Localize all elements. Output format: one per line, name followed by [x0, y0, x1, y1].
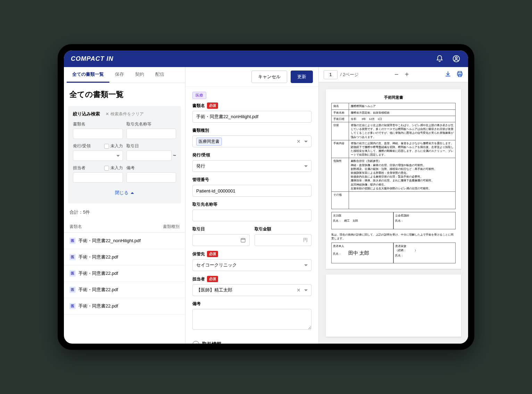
filter-date-from[interactable]	[126, 150, 172, 161]
filter-notes-input[interactable]	[126, 172, 176, 183]
document-page-1: 手術同意書 病名腰椎椎間板ヘルニア 手術名称腰椎前方固定術、自家骨移植術 手術日…	[326, 89, 461, 269]
clear-icon[interactable]: ✕	[297, 287, 301, 293]
download-icon[interactable]	[444, 71, 451, 79]
close-icon: ✕	[106, 112, 109, 116]
chevron-down-icon	[304, 264, 308, 266]
zoom-in-button[interactable]: +	[405, 71, 409, 79]
chevron-down-icon	[304, 165, 308, 167]
clear-icon[interactable]: ✕	[297, 139, 301, 144]
page-title: 全ての書類一覧	[64, 83, 185, 106]
check-circle-icon: ✓	[192, 341, 199, 344]
label-partner: 取引先名称等	[126, 121, 176, 127]
close-filter-button[interactable]: 閉じる	[73, 187, 176, 199]
list-item[interactable]: 医手術・同意書22.pdf	[64, 298, 185, 314]
edit-panel: キャンセル 更新 医療 書類名必須 書類種別 医療同意書 ✕	[185, 67, 319, 344]
label-assignee: 担当者	[73, 165, 85, 171]
filter-title: 絞り込み検索	[73, 111, 100, 117]
clear-filter-button[interactable]: ✕ 検索条件をクリア	[106, 111, 144, 117]
document-page-2	[326, 274, 461, 337]
checkbox-noinput-issue[interactable]	[104, 144, 109, 149]
document-list: 医手術・同意書22_nonHilight.pdf 医手術・同意書22.pdf 医…	[64, 233, 185, 344]
assignee-select[interactable]: 【医師】精工太郎✕	[192, 284, 311, 296]
filter-partner-input[interactable]	[126, 129, 176, 139]
col-name: 書類名	[69, 224, 82, 230]
bell-icon[interactable]	[435, 54, 444, 64]
list-item[interactable]: 医手術・同意書22.pdf	[64, 282, 185, 298]
list-item[interactable]: 医手術・同意書22.pdf	[64, 265, 185, 282]
issue-select[interactable]: 発行	[192, 160, 311, 172]
brand-logo: COMPACT IN	[71, 55, 114, 63]
preview-panel: / 2ページ − + 手術同意書 病名腰椎椎間板ヘルニ	[319, 67, 468, 344]
col-kind: 書類種別	[163, 224, 180, 230]
filter-panel: 絞り込み検索 ✕ 検索条件をクリア 書類名 取引先名称等	[68, 106, 181, 204]
storage-select[interactable]: セイコークリニック	[192, 259, 311, 271]
label-notes: 備考	[126, 165, 176, 171]
cancel-button[interactable]: キャンセル	[251, 71, 287, 83]
page-input[interactable]	[324, 70, 338, 79]
checkbox-noinput-assignee[interactable]	[104, 166, 109, 171]
svg-rect-2	[241, 238, 245, 242]
topbar: COMPACT IN	[64, 50, 468, 67]
tab-deliver[interactable]: 配信	[150, 67, 170, 83]
chevron-down-icon	[304, 141, 308, 142]
docname-input[interactable]	[192, 111, 311, 123]
partner-input[interactable]	[192, 210, 311, 221]
list-item[interactable]: 医手術・同意書22.pdf	[64, 249, 185, 265]
tabs: 全ての書類一覧 保存 契約 配信	[64, 67, 185, 83]
label-docname: 書類名	[73, 121, 123, 127]
filter-assignee-input[interactable]	[73, 172, 123, 183]
transaction-info-section: ✓ 取引情報	[192, 336, 311, 344]
filter-issue-select[interactable]	[73, 150, 123, 161]
user-icon[interactable]	[451, 54, 461, 64]
zoom-out-button[interactable]: −	[394, 71, 399, 79]
chevron-up-icon	[131, 192, 134, 194]
tab-contract[interactable]: 契約	[130, 67, 150, 83]
svg-point-1	[455, 57, 457, 59]
tab-all[interactable]: 全ての書類一覧	[67, 67, 109, 83]
chevron-down-icon	[304, 289, 308, 291]
category-badge: 医療	[192, 92, 206, 99]
notes-textarea[interactable]	[192, 309, 311, 330]
update-button[interactable]: 更新	[291, 71, 313, 83]
mgmtno-input[interactable]	[192, 185, 311, 197]
sidebar: 全ての書類一覧 保存 契約 配信 全ての書類一覧 絞り込み検索 ✕ 検索条件をク…	[64, 67, 185, 344]
calendar-icon	[240, 237, 246, 243]
print-icon[interactable]	[456, 71, 463, 79]
txamt-input[interactable]: 円	[255, 234, 312, 246]
result-count: 合計：5件	[64, 204, 185, 221]
filter-docname-input[interactable]	[73, 129, 123, 139]
dockind-select[interactable]: 医療同意書 ✕	[192, 136, 311, 147]
chevron-down-icon	[116, 155, 120, 157]
list-item[interactable]: 医手術・同意書22_nonHilight.pdf	[64, 233, 185, 249]
tab-save[interactable]: 保存	[109, 67, 130, 83]
txdate-input[interactable]	[192, 234, 250, 246]
label-issue: 発行/受領	[73, 143, 91, 149]
label-txdate: 取引日	[126, 143, 176, 149]
